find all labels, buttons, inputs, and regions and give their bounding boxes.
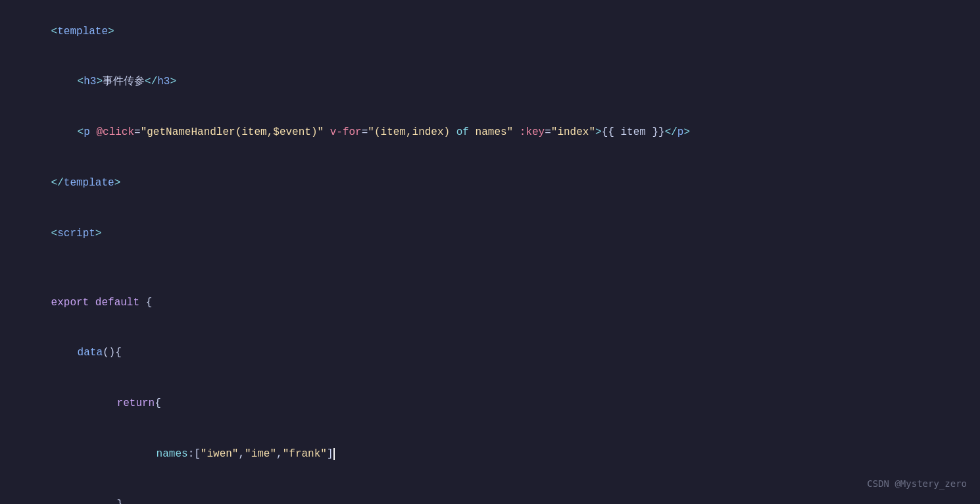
code-line-11: } <box>0 480 980 504</box>
code-line-7: export default { <box>0 278 980 328</box>
line-content-9: return{ <box>79 378 161 429</box>
code-line-8: data(){ <box>0 328 980 379</box>
line-content-2: <h3>事件传参</h3> <box>39 57 176 108</box>
code-line-2: <h3>事件传参</h3> <box>0 57 980 108</box>
code-line-3: <p @click="getNameHandler(item,$event)" … <box>0 108 980 159</box>
line-content-4: </template> <box>13 158 120 209</box>
code-line-10: names:["iwen","ime","frank"] <box>0 429 980 480</box>
text-cursor <box>333 448 335 460</box>
line-content-8: data(){ <box>39 328 122 379</box>
line-content-1: <template> <box>13 7 114 57</box>
watermark: CSDN @Mystery_zero <box>867 476 967 491</box>
line-content-3: <p @click="getNameHandler(item,$event)" … <box>39 108 690 159</box>
code-line-4: </template> <box>0 158 980 209</box>
line-content-11: } <box>79 480 123 504</box>
code-line-6 <box>0 259 980 278</box>
code-line-5: <script> <box>0 209 980 259</box>
line-content-7: export default { <box>13 278 152 328</box>
code-editor: <template> <h3>事件传参</h3> <p @click="getN… <box>0 0 980 504</box>
line-content-5: <script> <box>13 209 101 259</box>
code-line-1: <template> <box>0 7 980 57</box>
line-content-10: names:["iwen","ime","frank"] <box>118 429 335 480</box>
code-line-9: return{ <box>0 378 980 429</box>
